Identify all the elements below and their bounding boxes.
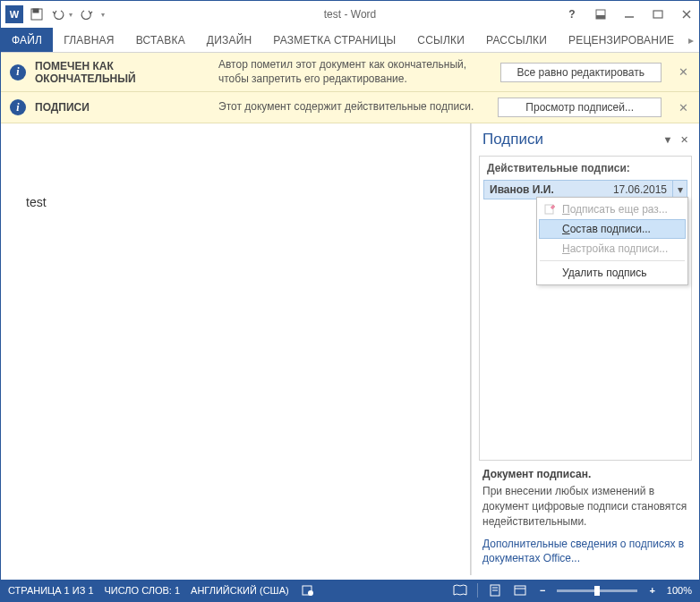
edit-anyway-button[interactable]: Все равно редактировать: [500, 63, 662, 82]
menu-separator: [540, 260, 685, 261]
footer-link[interactable]: Дополнительные сведения о подписях в док…: [482, 537, 690, 567]
svg-rect-3: [596, 15, 605, 19]
sign-icon: [543, 203, 556, 216]
messagebar-body: Автор пометил этот документ как окончате…: [218, 58, 491, 86]
status-language[interactable]: АНГЛИЙСКИЙ (США): [191, 585, 289, 596]
signature-row[interactable]: Иванов И.И. 17.06.2015 ▾ Подписать еще р…: [483, 180, 687, 199]
main-area: test Подписи ▼ ✕ Действительные подписи:…: [1, 123, 699, 575]
save-icon[interactable]: [27, 4, 47, 24]
panel-header: Подписи ▼ ✕: [472, 123, 699, 154]
titlebar: W ▾ ▾ test - Word ?: [1, 1, 699, 28]
undo-icon[interactable]: [48, 4, 68, 24]
tab-home[interactable]: ГЛАВНАЯ: [53, 28, 124, 52]
tab-design[interactable]: ДИЗАЙН: [196, 28, 263, 52]
web-layout-icon[interactable]: [512, 582, 528, 598]
panel-options-icon[interactable]: ▼: [662, 133, 674, 146]
statusbar-separator: [477, 583, 478, 598]
svg-rect-5: [653, 11, 662, 18]
messagebar-signatures: i ПОДПИСИ Этот документ содержит действи…: [1, 92, 699, 123]
svg-point-10: [308, 590, 313, 596]
ribbon-tabs: ФАЙЛ ГЛАВНАЯ ВСТАВКА ДИЗАЙН РАЗМЕТКА СТР…: [1, 28, 699, 53]
signatures-panel: Подписи ▼ ✕ Действительные подписи: Иван…: [471, 123, 699, 575]
undo-dropdown-icon[interactable]: ▾: [66, 4, 75, 24]
tab-layout[interactable]: РАЗМЕТКА СТРАНИЦЫ: [262, 28, 406, 52]
panel-footer: Документ подписан. При внесении любых из…: [472, 461, 699, 575]
svg-rect-14: [515, 586, 525, 595]
status-word-count[interactable]: ЧИСЛО СЛОВ: 1: [105, 585, 181, 596]
menu-signature-setup: Настройка подписи...: [539, 239, 686, 259]
panel-title: Подписи: [482, 131, 658, 148]
close-icon[interactable]: [676, 4, 697, 25]
zoom-level[interactable]: 100%: [667, 585, 692, 596]
valid-signatures-header: Действительные подписи:: [480, 157, 691, 180]
footer-body: При внесении любых изменений в документ …: [482, 484, 690, 529]
tab-review[interactable]: РЕЦЕНЗИРОВАНИЕ: [558, 28, 685, 52]
help-icon[interactable]: ?: [561, 4, 583, 25]
tab-insert[interactable]: ВСТАВКА: [125, 28, 196, 52]
messagebar-close-icon[interactable]: ✕: [676, 100, 690, 114]
footer-bold: Документ подписан.: [482, 468, 690, 480]
menu-sign-again: Подписать еще раз...: [539, 199, 686, 219]
tab-mailings[interactable]: РАССЫЛКИ: [475, 28, 558, 52]
signature-context-menu: Подписать еще раз... Состав подписи... Н…: [536, 197, 688, 285]
info-icon: i: [10, 99, 26, 115]
read-mode-icon[interactable]: [452, 582, 468, 598]
signature-name: Иванов И.И.: [484, 181, 608, 199]
panel-body: Действительные подписи: Иванов И.И. 17.0…: [479, 156, 692, 461]
menu-signature-details[interactable]: Состав подписи...: [539, 219, 686, 239]
svg-rect-1: [33, 9, 38, 13]
word-app-icon: W: [5, 5, 23, 23]
print-layout-icon[interactable]: [487, 582, 503, 598]
document-content: test: [10, 132, 470, 272]
maximize-icon[interactable]: [647, 4, 669, 25]
zoom-slider[interactable]: [557, 589, 637, 592]
messagebar-title: ПОДПИСИ: [35, 101, 209, 114]
qat-customize-icon[interactable]: ▾: [98, 4, 107, 24]
tab-file[interactable]: ФАЙЛ: [1, 28, 53, 52]
messagebar-close-icon[interactable]: ✕: [676, 65, 690, 80]
statusbar: СТРАНИЦА 1 ИЗ 1 ЧИСЛО СЛОВ: 1 АНГЛИЙСКИЙ…: [1, 580, 699, 601]
messagebar-title: ПОМЕЧЕН КАК ОКОНЧАТЕЛЬНЫЙ: [35, 60, 209, 85]
minimize-icon[interactable]: [619, 4, 640, 25]
zoom-in-button[interactable]: +: [646, 585, 657, 596]
panel-close-icon[interactable]: ✕: [678, 133, 690, 146]
redo-icon[interactable]: [77, 4, 97, 24]
zoom-out-button[interactable]: −: [537, 585, 548, 596]
ribbon-scroll-right-icon[interactable]: ▸: [685, 31, 697, 49]
document-area[interactable]: test: [1, 123, 471, 575]
ribbon-display-icon[interactable]: [590, 4, 611, 25]
messagebar-body: Этот документ содержит действительные по…: [218, 100, 489, 114]
quick-access-toolbar: ▾ ▾: [27, 4, 107, 24]
status-page[interactable]: СТРАНИЦА 1 ИЗ 1: [8, 585, 94, 596]
info-icon: i: [10, 64, 26, 81]
macro-record-icon[interactable]: [300, 582, 316, 598]
signature-date: 17.06.2015: [608, 181, 672, 199]
tab-references[interactable]: ССЫЛКИ: [406, 28, 475, 52]
signature-dropdown-icon[interactable]: ▾: [672, 181, 687, 199]
view-signatures-button[interactable]: Просмотр подписей...: [498, 98, 662, 117]
menu-remove-signature[interactable]: Удалить подпись: [539, 263, 686, 283]
messagebar-marked-final: i ПОМЕЧЕН КАК ОКОНЧАТЕЛЬНЫЙ Автор помети…: [1, 53, 699, 92]
